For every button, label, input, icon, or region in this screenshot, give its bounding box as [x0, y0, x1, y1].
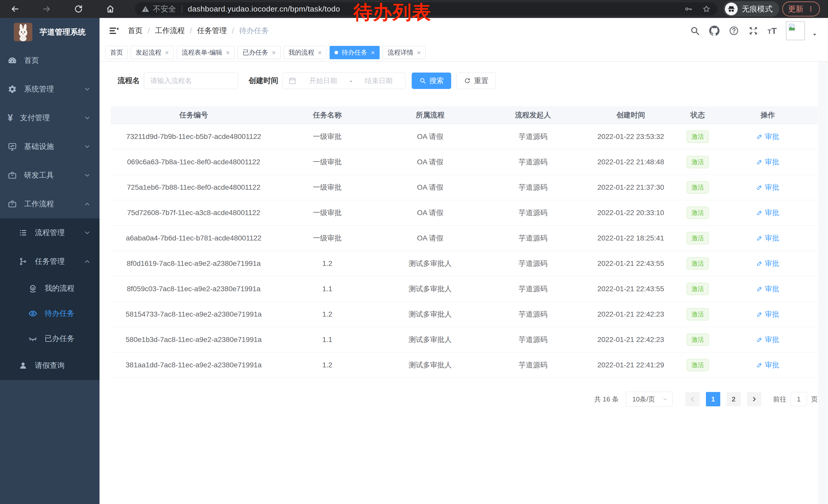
sidebar-item[interactable]: 流程管理 — [0, 218, 99, 247]
approve-link[interactable]: 审批 — [756, 335, 779, 345]
sidebar-item[interactable]: 任务管理 — [0, 247, 99, 276]
sidebar-item[interactable]: 研发工具 — [0, 161, 99, 190]
sidebar-item[interactable]: 基础设施 — [0, 132, 99, 161]
security-warning-icon[interactable] — [141, 5, 149, 13]
home-icon[interactable] — [102, 1, 119, 17]
breadcrumb-label[interactable]: 待办任务 — [239, 26, 269, 36]
breadcrumb-item: / 首页 — [128, 26, 142, 36]
tab[interactable]: 已办任务 × — [238, 46, 281, 59]
cell-initiator: 芋道源码 — [482, 259, 584, 268]
tab[interactable]: 我的流程 × — [284, 46, 327, 59]
search-button[interactable]: 搜索 — [412, 73, 451, 89]
sidebar-item-label: 基础设施 — [24, 141, 54, 152]
end-date-placeholder[interactable]: 结束日期 — [358, 76, 400, 85]
caret-down-icon[interactable] — [812, 32, 818, 38]
close-icon[interactable]: × — [371, 49, 375, 56]
breadcrumb-label[interactable]: 首页 — [128, 26, 142, 36]
approve-link-label: 审批 — [765, 259, 779, 268]
reset-button[interactable]: 重置 — [456, 73, 496, 89]
monitor-icon — [8, 142, 17, 151]
process-name-input[interactable] — [144, 73, 238, 89]
sidebar-item[interactable]: 系统管理 — [0, 75, 99, 103]
chevron-icon — [84, 229, 91, 236]
tab-label: 我的流程 — [289, 48, 314, 57]
approve-link[interactable]: 审批 — [756, 157, 779, 167]
close-icon[interactable]: × — [417, 49, 421, 56]
date-range-picker[interactable]: 开始日期 - 结束日期 — [282, 73, 406, 89]
approve-link[interactable]: 审批 — [756, 310, 779, 319]
chevron-icon — [84, 86, 91, 93]
cell-initiator: 芋道源码 — [482, 208, 584, 218]
breadcrumb-label[interactable]: 工作流程 — [155, 26, 185, 36]
approve-link[interactable]: 审批 — [756, 360, 779, 370]
approve-link[interactable]: 审批 — [756, 208, 779, 218]
eye-icon — [28, 309, 37, 318]
reload-icon[interactable] — [70, 1, 87, 17]
tab[interactable]: 待办任务 × — [330, 46, 380, 59]
status-badge: 激活 — [687, 359, 709, 371]
column-header: 操作 — [718, 110, 818, 120]
sidebar-toggle-icon[interactable] — [109, 26, 119, 36]
url-text[interactable]: dashboard.yudao.iocoder.cn/bpm/task/todo — [188, 5, 340, 13]
sidebar-item[interactable]: ¥ 支付管理 — [0, 103, 99, 132]
breadcrumb-label[interactable]: 任务管理 — [197, 26, 227, 36]
tab[interactable]: 首页 — [105, 46, 128, 59]
tab[interactable]: 流程详情 × — [383, 46, 425, 59]
tab[interactable]: 流程表单-编辑 × — [177, 46, 235, 59]
goto-page-input[interactable] — [791, 392, 807, 406]
approve-link[interactable]: 审批 — [756, 183, 779, 192]
edit-icon — [756, 210, 763, 216]
tab[interactable]: 发起流程 × — [131, 46, 174, 59]
approve-link[interactable]: 审批 — [756, 284, 779, 294]
sidebar-item[interactable]: 工作流程 — [0, 190, 99, 218]
cell-process: OA 请假 — [378, 157, 482, 167]
sidebar-item[interactable]: 首页 — [0, 46, 99, 75]
tab-label: 首页 — [110, 48, 123, 57]
page-number-button[interactable]: 2 — [727, 392, 741, 406]
cell-initiator: 芋道源码 — [482, 132, 584, 141]
page-number-button[interactable]: 1 — [706, 392, 720, 406]
back-icon[interactable] — [7, 1, 23, 17]
close-icon[interactable]: × — [226, 49, 230, 56]
page-size-select[interactable]: 10条/页 — [626, 392, 672, 407]
close-icon[interactable]: × — [272, 49, 276, 56]
security-label[interactable]: 不安全 — [153, 4, 176, 14]
prev-page-button[interactable] — [686, 392, 700, 406]
close-icon[interactable]: × — [318, 49, 322, 56]
sidebar-item-label: 待办任务 — [45, 308, 74, 319]
app-logo[interactable]: 芋道管理系统 — [0, 18, 99, 46]
scrollbar-gutter[interactable] — [818, 61, 828, 504]
cell-task-id: 069c6a63-7b8a-11ec-8ef0-acde48001122 — [111, 158, 277, 166]
cell-task-id: a6aba0a4-7b6d-11ec-b781-acde48001122 — [111, 234, 277, 242]
close-icon[interactable]: × — [165, 49, 169, 56]
menu-dots-icon[interactable] — [808, 6, 814, 12]
select-caret-icon — [662, 396, 668, 402]
update-button[interactable]: 更新 — [782, 2, 820, 16]
approve-link[interactable]: 审批 — [756, 233, 779, 243]
start-date-placeholder[interactable]: 开始日期 — [302, 76, 344, 85]
approve-link[interactable]: 审批 — [756, 259, 779, 268]
font-size-icon[interactable]: TT — [768, 26, 777, 36]
star-icon[interactable] — [702, 5, 710, 13]
top-navbar: / 首页 / 工作流程 / 任务管理 / 待办任务 — [99, 18, 828, 44]
avatar[interactable] — [786, 21, 805, 40]
user-icon — [18, 361, 28, 370]
sidebar-item[interactable]: 待办任务 — [0, 301, 99, 326]
approve-link-label: 审批 — [765, 208, 779, 218]
sidebar-item[interactable]: 已办任务 — [0, 326, 99, 351]
fullscreen-icon[interactable] — [748, 26, 758, 36]
next-page-button[interactable] — [747, 392, 761, 406]
incognito-badge: 无痕模式 — [723, 1, 779, 17]
sidebar-item[interactable]: 请假查询 — [0, 351, 99, 380]
approve-link-label: 审批 — [765, 310, 779, 319]
key-icon[interactable] — [685, 5, 693, 13]
calendar-icon — [288, 77, 296, 85]
sidebar-item-label: 支付管理 — [20, 113, 50, 123]
github-icon[interactable] — [709, 26, 719, 36]
forward-icon[interactable] — [38, 1, 55, 17]
sidebar-item[interactable]: 我的流程 — [0, 276, 99, 301]
approve-link-label: 审批 — [765, 284, 779, 294]
help-question-icon[interactable] — [729, 26, 739, 36]
approve-link[interactable]: 审批 — [756, 132, 779, 141]
search-icon[interactable] — [690, 26, 700, 36]
